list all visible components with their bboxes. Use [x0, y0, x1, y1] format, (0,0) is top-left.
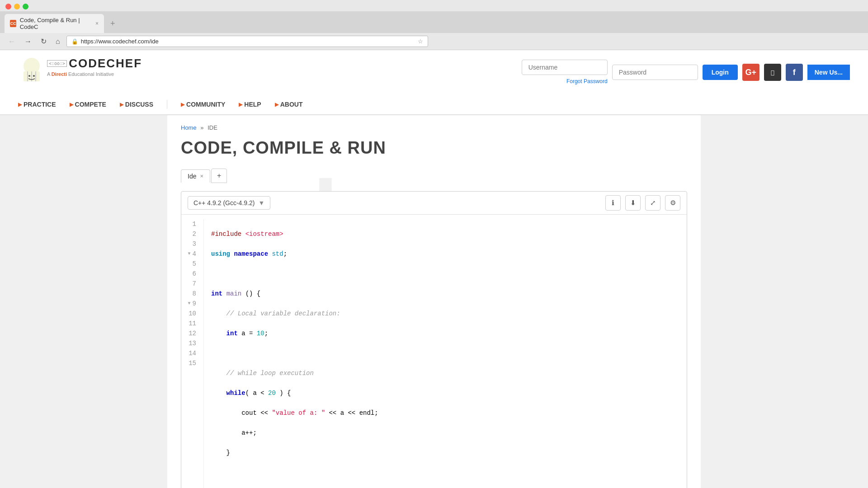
logo-tagline: A Directi Educational Initiative — [47, 71, 142, 77]
new-user-button[interactable]: New Us... — [807, 65, 850, 80]
password-input[interactable] — [612, 65, 698, 80]
code-line-3 — [211, 269, 679, 279]
language-dropdown-arrow: ▼ — [258, 199, 264, 206]
nav-about-arrow: ▶ — [275, 102, 278, 108]
line-num-2: 2 — [187, 229, 196, 239]
facebook-login-button[interactable]: f — [786, 64, 803, 81]
code-line-10: cout << "value of a: " << a << endl; — [211, 408, 679, 418]
line-num-8: 8 — [187, 289, 196, 299]
line-num-15: 15 — [187, 358, 196, 368]
code-editor[interactable]: 1 2 3 ▼4 5 6 7 8 ▼9 10 11 12 13 14 15 #i… — [181, 215, 687, 488]
line-num-11: 11 — [187, 319, 196, 328]
nav-practice[interactable]: ▶ PRACTICE — [18, 101, 56, 108]
settings-button[interactable]: ⚙ — [665, 195, 680, 211]
url-text: https://www.codechef.com/ide — [81, 38, 159, 45]
line-num-12: 12 — [187, 328, 196, 338]
breadcrumb-current: IDE — [208, 124, 217, 131]
tab-favicon: CC — [10, 20, 16, 27]
nav-about-label: ABOUT — [280, 101, 303, 108]
line-num-7: 7 — [187, 279, 196, 289]
nav-compete[interactable]: ▶ COMPETE — [70, 101, 106, 108]
nav-help-arrow: ▶ — [239, 102, 242, 108]
username-input[interactable] — [522, 60, 608, 75]
forward-button[interactable]: → — [22, 37, 34, 47]
ide-tabs: Ide × + — [181, 169, 687, 183]
line-num-13: 13 — [187, 338, 196, 348]
line-num-4: ▼4 — [187, 249, 196, 259]
code-line-12: } — [211, 448, 679, 458]
nav-compete-arrow: ▶ — [70, 102, 73, 108]
traffic-light-red[interactable] — [5, 4, 11, 9]
line-numbers: 1 2 3 ▼4 5 6 7 8 ▼9 10 11 12 13 14 15 — [181, 219, 204, 488]
breadcrumb-home-link[interactable]: Home — [181, 124, 197, 131]
bookmark-star-icon[interactable]: ☆ — [418, 38, 423, 45]
chef-hat-logo — [19, 58, 44, 87]
reload-button[interactable]: ↻ — [38, 36, 49, 47]
code-content[interactable]: #include <iostream> using namespace std;… — [204, 219, 687, 488]
code-line-2: using namespace std; — [211, 249, 679, 259]
nav-practice-arrow: ▶ — [18, 102, 22, 108]
github-login-button[interactable]:  — [764, 64, 781, 81]
nav-community[interactable]: ▶ COMMUNITY — [181, 101, 225, 108]
code-line-13 — [211, 468, 679, 478]
url-bar[interactable]: 🔒 https://www.codechef.com/ide ☆ — [66, 36, 428, 47]
breadcrumb-separator: » — [200, 124, 203, 131]
ide-tab-add-button[interactable]: + — [211, 169, 227, 183]
new-tab-button[interactable]: + — [108, 19, 118, 28]
nav-practice-label: PRACTICE — [24, 101, 56, 108]
nav-help[interactable]: ▶ HELP — [239, 101, 261, 108]
expand-button[interactable]: ⤢ — [645, 195, 660, 211]
home-button[interactable]: ⌂ — [53, 37, 63, 47]
auth-area: Forgot Password Login G+  f New Us... — [522, 60, 850, 85]
line-num-5: 5 — [187, 259, 196, 269]
language-label: C++ 4.9.2 (Gcc-4.9.2) — [193, 199, 255, 206]
site-header: <:oo:> CODECHEF A Directi Educational In… — [0, 50, 868, 115]
page-title: CODE, COMPILE & RUN — [181, 138, 687, 158]
code-line-4: int main () { — [211, 289, 679, 299]
nav-discuss[interactable]: ▶ DISCUSS — [120, 101, 153, 108]
line-num-1: 1 — [187, 219, 196, 229]
language-selector[interactable]: C++ 4.9.2 (Gcc-4.9.2) ▼ — [188, 196, 270, 210]
login-button[interactable]: Login — [703, 65, 738, 80]
svg-point-5 — [28, 75, 30, 77]
nav-help-label: HELP — [244, 101, 261, 108]
line-num-6: 6 — [187, 269, 196, 279]
nav-community-arrow: ▶ — [181, 102, 184, 108]
code-line-7 — [211, 348, 679, 358]
logo-area[interactable]: <:oo:> CODECHEF A Directi Educational In… — [18, 56, 142, 88]
code-line-5: // Local variable declaration: — [211, 309, 679, 319]
line-num-3: 3 — [187, 239, 196, 249]
line-num-10: 10 — [187, 309, 196, 319]
editor-toolbar: C++ 4.9.2 (Gcc-4.9.2) ▼ ℹ ⬇ ⤢ ⚙ — [181, 192, 687, 215]
ide-tab-ide[interactable]: Ide × — [181, 169, 210, 183]
code-line-1: #include <iostream> — [211, 229, 679, 239]
nav-about[interactable]: ▶ ABOUT — [275, 101, 303, 108]
back-button[interactable]: ← — [5, 37, 18, 47]
nav-community-label: COMMUNITY — [186, 101, 225, 108]
codechef-wordmark: CODECHEF — [69, 56, 142, 70]
traffic-light-green[interactable] — [23, 4, 28, 9]
nav-divider — [167, 100, 167, 109]
download-button[interactable]: ⬇ — [625, 195, 641, 211]
nav-compete-label: COMPETE — [75, 101, 106, 108]
code-line-6: int a = 10; — [211, 328, 679, 338]
line-num-14: 14 — [187, 348, 196, 358]
line-num-9: ▼9 — [187, 299, 196, 309]
breadcrumb: Home » IDE — [181, 124, 687, 131]
nav-discuss-label: DISCUSS — [125, 101, 153, 108]
traffic-light-yellow[interactable] — [14, 4, 20, 9]
info-button[interactable]: ℹ — [605, 195, 621, 211]
toolbar-icons: ℹ ⬇ ⤢ ⚙ — [605, 195, 680, 211]
browser-tab[interactable]: CC Code, Compile & Run | CodeC × — [5, 14, 104, 33]
ide-tab-close-btn[interactable]: × — [200, 173, 203, 179]
code-line-9: while( a < 20 ) { — [211, 388, 679, 398]
main-navigation: ▶ PRACTICE ▶ COMPETE ▶ DISCUSS ▶ COMMUNI… — [18, 94, 850, 114]
editor-container: C++ 4.9.2 (Gcc-4.9.2) ▼ ℹ ⬇ ⤢ ⚙ 1 2 3 ▼4… — [181, 191, 687, 488]
tab-close-btn[interactable]: × — [95, 20, 99, 27]
tab-title: Code, Compile & Run | CodeC — [20, 17, 89, 30]
forgot-password-link[interactable]: Forgot Password — [566, 78, 608, 84]
lock-icon: 🔒 — [71, 38, 78, 45]
code-line-8: // while loop execution — [211, 368, 679, 378]
code-line-11: a++; — [211, 428, 679, 438]
google-login-button[interactable]: G+ — [742, 64, 760, 81]
